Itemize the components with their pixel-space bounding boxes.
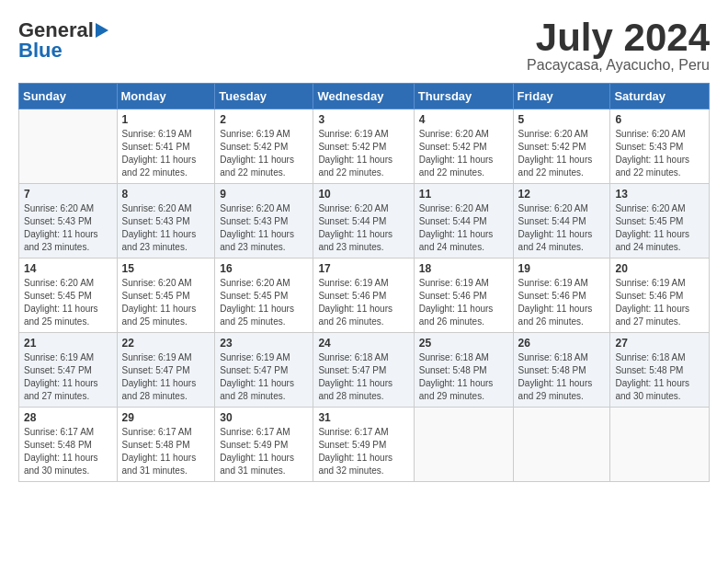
day-info: Sunrise: 6:20 AMSunset: 5:42 PMDaylight:… bbox=[518, 128, 606, 179]
day-info: Sunrise: 6:20 AMSunset: 5:43 PMDaylight:… bbox=[615, 128, 704, 179]
day-number: 28 bbox=[24, 411, 112, 424]
day-info: Sunrise: 6:18 AMSunset: 5:48 PMDaylight:… bbox=[615, 351, 704, 403]
day-number: 11 bbox=[419, 188, 508, 201]
day-number: 10 bbox=[318, 188, 408, 201]
day-number: 2 bbox=[220, 113, 308, 126]
table-row: 2Sunrise: 6:19 AMSunset: 5:42 PMDaylight… bbox=[215, 109, 313, 184]
day-info: Sunrise: 6:20 AMSunset: 5:45 PMDaylight:… bbox=[24, 277, 112, 328]
day-number: 18 bbox=[419, 262, 508, 275]
table-row: 13Sunrise: 6:20 AMSunset: 5:45 PMDayligh… bbox=[610, 184, 710, 259]
table-row: 16Sunrise: 6:20 AMSunset: 5:45 PMDayligh… bbox=[215, 259, 313, 333]
calendar-week-row: 21Sunrise: 6:19 AMSunset: 5:47 PMDayligh… bbox=[19, 333, 710, 408]
table-row: 24Sunrise: 6:18 AMSunset: 5:47 PMDayligh… bbox=[313, 333, 414, 408]
day-info: Sunrise: 6:20 AMSunset: 5:44 PMDaylight:… bbox=[318, 202, 408, 254]
day-number: 16 bbox=[220, 262, 308, 275]
calendar-week-row: 28Sunrise: 6:17 AMSunset: 5:48 PMDayligh… bbox=[19, 408, 710, 482]
calendar-header-row: Sunday Monday Tuesday Wednesday Thursday… bbox=[19, 84, 710, 109]
day-number: 20 bbox=[615, 262, 704, 275]
day-info: Sunrise: 6:20 AMSunset: 5:42 PMDaylight:… bbox=[419, 128, 508, 179]
table-row: 7Sunrise: 6:20 AMSunset: 5:43 PMDaylight… bbox=[19, 184, 118, 259]
day-number: 26 bbox=[518, 337, 606, 350]
day-number: 19 bbox=[518, 262, 606, 275]
calendar-week-row: 14Sunrise: 6:20 AMSunset: 5:45 PMDayligh… bbox=[19, 259, 710, 333]
table-row: 10Sunrise: 6:20 AMSunset: 5:44 PMDayligh… bbox=[313, 184, 414, 259]
day-info: Sunrise: 6:20 AMSunset: 5:43 PMDaylight:… bbox=[122, 202, 210, 254]
day-number: 25 bbox=[419, 337, 508, 350]
table-row: 18Sunrise: 6:19 AMSunset: 5:46 PMDayligh… bbox=[414, 259, 513, 333]
table-row: 5Sunrise: 6:20 AMSunset: 5:42 PMDaylight… bbox=[513, 109, 610, 184]
table-row bbox=[414, 408, 513, 482]
day-info: Sunrise: 6:19 AMSunset: 5:46 PMDaylight:… bbox=[518, 277, 606, 328]
day-number: 7 bbox=[24, 188, 112, 201]
table-row: 26Sunrise: 6:18 AMSunset: 5:48 PMDayligh… bbox=[513, 333, 610, 408]
day-number: 14 bbox=[24, 262, 112, 275]
table-row: 17Sunrise: 6:19 AMSunset: 5:46 PMDayligh… bbox=[313, 259, 414, 333]
day-number: 15 bbox=[122, 262, 210, 275]
table-row: 1Sunrise: 6:19 AMSunset: 5:41 PMDaylight… bbox=[117, 109, 215, 184]
day-info: Sunrise: 6:20 AMSunset: 5:43 PMDaylight:… bbox=[220, 202, 308, 254]
table-row: 28Sunrise: 6:17 AMSunset: 5:48 PMDayligh… bbox=[19, 408, 118, 482]
table-row: 21Sunrise: 6:19 AMSunset: 5:47 PMDayligh… bbox=[19, 333, 118, 408]
day-number: 30 bbox=[220, 411, 308, 424]
header-tuesday: Tuesday bbox=[215, 84, 313, 109]
page-header: General Blue July 2024 Pacaycasa, Ayacuc… bbox=[18, 18, 710, 74]
day-info: Sunrise: 6:17 AMSunset: 5:48 PMDaylight:… bbox=[122, 426, 210, 477]
table-row: 9Sunrise: 6:20 AMSunset: 5:43 PMDaylight… bbox=[215, 184, 313, 259]
day-number: 3 bbox=[318, 113, 408, 126]
day-number: 29 bbox=[122, 411, 210, 424]
table-row: 29Sunrise: 6:17 AMSunset: 5:48 PMDayligh… bbox=[117, 408, 215, 482]
header-saturday: Saturday bbox=[610, 84, 710, 109]
day-info: Sunrise: 6:20 AMSunset: 5:44 PMDaylight:… bbox=[419, 202, 508, 254]
table-row: 3Sunrise: 6:19 AMSunset: 5:42 PMDaylight… bbox=[313, 109, 414, 184]
table-row bbox=[513, 408, 610, 482]
day-number: 1 bbox=[122, 113, 210, 126]
day-number: 31 bbox=[318, 411, 408, 424]
day-info: Sunrise: 6:17 AMSunset: 5:49 PMDaylight:… bbox=[318, 426, 408, 477]
location-subtitle: Pacaycasa, Ayacucho, Peru bbox=[527, 57, 710, 74]
day-info: Sunrise: 6:19 AMSunset: 5:47 PMDaylight:… bbox=[24, 351, 112, 403]
day-info: Sunrise: 6:20 AMSunset: 5:45 PMDaylight:… bbox=[122, 277, 210, 328]
day-number: 27 bbox=[615, 337, 704, 350]
table-row: 22Sunrise: 6:19 AMSunset: 5:47 PMDayligh… bbox=[117, 333, 215, 408]
calendar-week-row: 1Sunrise: 6:19 AMSunset: 5:41 PMDaylight… bbox=[19, 109, 710, 184]
logo-arrow-icon bbox=[96, 23, 108, 38]
day-number: 5 bbox=[518, 113, 606, 126]
day-number: 22 bbox=[122, 337, 210, 350]
table-row: 15Sunrise: 6:20 AMSunset: 5:45 PMDayligh… bbox=[117, 259, 215, 333]
month-year-title: July 2024 bbox=[527, 18, 710, 57]
table-row: 20Sunrise: 6:19 AMSunset: 5:46 PMDayligh… bbox=[610, 259, 710, 333]
table-row bbox=[19, 109, 118, 184]
table-row: 4Sunrise: 6:20 AMSunset: 5:42 PMDaylight… bbox=[414, 109, 513, 184]
table-row: 6Sunrise: 6:20 AMSunset: 5:43 PMDaylight… bbox=[610, 109, 710, 184]
day-number: 21 bbox=[24, 337, 112, 350]
day-number: 24 bbox=[318, 337, 408, 350]
day-info: Sunrise: 6:19 AMSunset: 5:46 PMDaylight:… bbox=[419, 277, 508, 328]
header-thursday: Thursday bbox=[414, 84, 513, 109]
table-row bbox=[610, 408, 710, 482]
calendar-table: Sunday Monday Tuesday Wednesday Thursday… bbox=[18, 83, 710, 482]
table-row: 19Sunrise: 6:19 AMSunset: 5:46 PMDayligh… bbox=[513, 259, 610, 333]
table-row: 14Sunrise: 6:20 AMSunset: 5:45 PMDayligh… bbox=[19, 259, 118, 333]
header-monday: Monday bbox=[117, 84, 215, 109]
day-info: Sunrise: 6:19 AMSunset: 5:42 PMDaylight:… bbox=[220, 128, 308, 179]
day-info: Sunrise: 6:17 AMSunset: 5:48 PMDaylight:… bbox=[24, 426, 112, 477]
day-info: Sunrise: 6:20 AMSunset: 5:45 PMDaylight:… bbox=[220, 277, 308, 328]
day-info: Sunrise: 6:18 AMSunset: 5:48 PMDaylight:… bbox=[518, 351, 606, 403]
day-info: Sunrise: 6:19 AMSunset: 5:46 PMDaylight:… bbox=[615, 277, 704, 328]
table-row: 27Sunrise: 6:18 AMSunset: 5:48 PMDayligh… bbox=[610, 333, 710, 408]
day-number: 4 bbox=[419, 113, 508, 126]
table-row: 25Sunrise: 6:18 AMSunset: 5:48 PMDayligh… bbox=[414, 333, 513, 408]
day-number: 12 bbox=[518, 188, 606, 201]
day-number: 13 bbox=[615, 188, 704, 201]
day-info: Sunrise: 6:18 AMSunset: 5:47 PMDaylight:… bbox=[318, 351, 408, 403]
day-info: Sunrise: 6:20 AMSunset: 5:45 PMDaylight:… bbox=[615, 202, 704, 254]
table-row: 11Sunrise: 6:20 AMSunset: 5:44 PMDayligh… bbox=[414, 184, 513, 259]
title-block: July 2024 Pacaycasa, Ayacucho, Peru bbox=[527, 18, 710, 74]
logo-blue-text: Blue bbox=[18, 39, 63, 63]
day-info: Sunrise: 6:19 AMSunset: 5:46 PMDaylight:… bbox=[318, 277, 408, 328]
day-info: Sunrise: 6:20 AMSunset: 5:43 PMDaylight:… bbox=[24, 202, 112, 254]
logo: General Blue bbox=[18, 18, 108, 63]
day-number: 6 bbox=[615, 113, 704, 126]
table-row: 30Sunrise: 6:17 AMSunset: 5:49 PMDayligh… bbox=[215, 408, 313, 482]
day-number: 9 bbox=[220, 188, 308, 201]
